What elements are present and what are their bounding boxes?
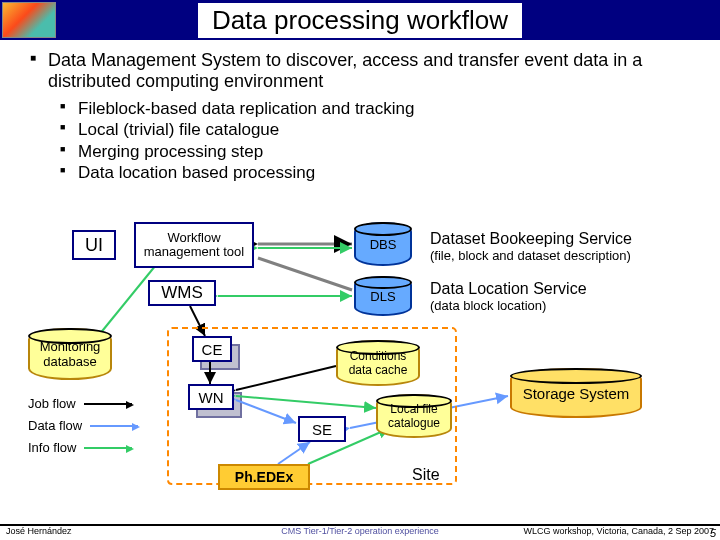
wn-label: WN [199,389,224,406]
dls-desc-sub: (data block location) [430,298,546,313]
legend-data-label: Data flow [28,418,82,433]
legend-job: Job flow [28,396,132,411]
phedex-box: Ph.EDEx [218,464,310,490]
dls-cylinder: DLS [354,276,412,316]
svg-line-6 [236,400,296,423]
se-box: SE [298,416,346,442]
dls-desc-title: Data Location Service [430,280,587,298]
dbs-cylinder: DBS [354,222,412,266]
wn-box: WN [188,384,234,410]
ui-box: UI [72,230,116,260]
legend-job-label: Job flow [28,396,76,411]
monitoring-db-cylinder: Monitoring database [28,328,112,380]
dbs-desc-title: Dataset Bookeeping Service [430,230,632,248]
site-label: Site [412,466,440,484]
sub-bullet-list: Fileblock-based data replication and tra… [0,98,720,183]
page-number: 5 [710,527,716,539]
storage-label: Storage System [523,385,630,402]
footer-author: José Hernández [6,526,72,538]
sub-bullet: Fileblock-based data replication and tra… [60,98,720,119]
phedex-label: Ph.EDEx [235,469,293,485]
title-bar: Data processing workflow [0,0,720,40]
ui-label: UI [85,235,103,256]
slide-title: Data processing workflow [198,3,522,38]
sub-bullet: Merging processing step [60,141,720,162]
conditions-cache-label: Conditions data cache [338,349,418,377]
cms-logo-icon [2,2,56,38]
conditions-cache-cylinder: Conditions data cache [336,340,420,386]
arrow-icon [84,447,132,449]
wms-box: WMS [148,280,216,306]
storage-cylinder: Storage System [510,368,642,418]
sub-bullet: Local (trivial) file catalogue [60,119,720,140]
dbs-label: DBS [370,237,397,252]
arrow-icon [90,425,138,427]
svg-line-10 [278,442,310,464]
svg-line-7 [236,366,336,390]
arrow-icon [84,403,132,405]
wms-label: WMS [161,283,203,303]
legend-info-label: Info flow [28,440,76,455]
legend-info: Info flow [28,440,132,455]
main-bullet: Data Management System to discover, acce… [30,50,690,92]
main-bullet-list: Data Management System to discover, acce… [0,40,720,98]
footer-center: CMS Tier-1/Tier-2 operation experience [281,526,439,536]
legend-data: Data flow [28,418,138,433]
svg-line-2 [258,258,352,290]
workflow-diagram: UI Workflow management tool WMS DBS DLS … [0,218,720,520]
wfm-label: Workflow management tool [136,231,252,258]
svg-line-8 [236,396,376,408]
lfc-label: Local file catalogue [378,402,450,430]
monitoring-db-label: Monitoring database [30,339,110,369]
footer-right: WLCG workshop, Victoria, Canada, 2 Sep 2… [524,526,714,538]
wfm-box: Workflow management tool [134,222,254,268]
dls-label: DLS [370,289,395,304]
sub-bullet: Data location based processing [60,162,720,183]
ce-label: CE [202,341,223,358]
dbs-desc-sub: (file, block and dataset description) [430,248,631,263]
ce-box: CE [192,336,232,362]
svg-line-4 [190,306,205,336]
lfc-cylinder: Local file catalogue [376,394,452,438]
se-label: SE [312,421,332,438]
footer-bar: José Hernández CMS Tier-1/Tier-2 operati… [0,524,720,538]
